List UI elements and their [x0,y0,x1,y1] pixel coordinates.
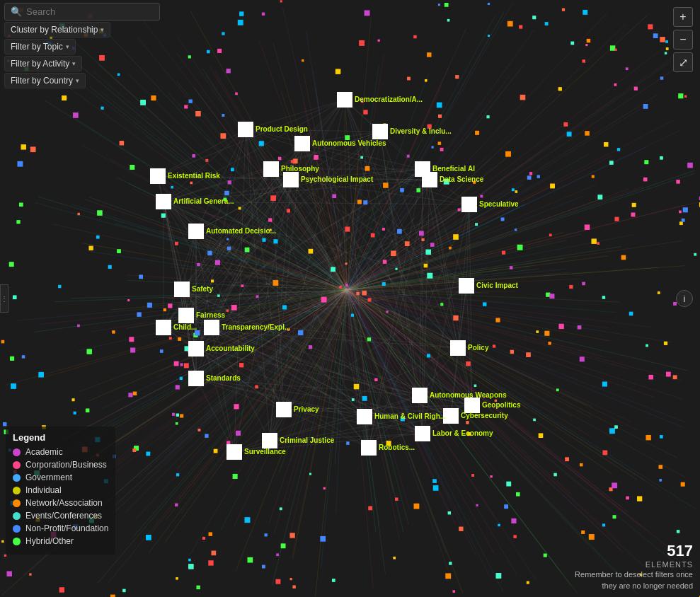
filter-topic-btn[interactable]: Filter by Topic ▾ [4,39,76,54]
legend-dot [13,448,21,456]
legend-dot [13,487,21,494]
search-icon: 🔍 [11,6,22,17]
filter-activity-btn[interactable]: Filter by Activity ▾ [4,56,82,71]
legend-label: Government [25,473,72,482]
legend-label: Non-Profit/Foundation [25,523,108,533]
legend-item: Hybrid/Other [13,536,108,546]
controls-panel: 🔍 Cluster by Relationship ▾ Filter by To… [0,0,164,91]
filter-topic-label: Filter by Topic [11,42,63,52]
filter-country-label: Filter by Country [11,76,73,86]
legend-dot [13,512,21,520]
legend-item: Government [13,473,108,482]
legend-dot [13,525,21,533]
legend-dot [13,461,21,469]
search-input[interactable] [26,6,154,17]
legend-dot [13,538,21,545]
legend-dot [13,499,21,507]
deselect-notice: Remember to deselect filters oncethey ar… [575,569,693,591]
legend-item: Non-Profit/Foundation [13,523,108,533]
filter-country-btn[interactable]: Filter by Country ▾ [4,73,86,88]
legend-title: Legend [13,432,108,443]
legend-label: Corporation/Business [25,460,107,470]
legend-item: Events/Conferences [13,511,108,521]
legend-label: Events/Conferences [25,511,102,521]
map-controls: + − ⤢ [673,7,693,72]
cluster-label: Cluster by Relationship [11,25,98,35]
search-bar[interactable]: 🔍 [4,3,160,21]
info-button[interactable]: i [676,290,693,307]
zoom-out-button[interactable]: − [673,30,693,50]
legend-label: Individual [25,485,62,495]
zoom-in-button[interactable]: + [673,7,693,27]
legend-item: Corporation/Business [13,460,108,470]
legend-item: Network/Association [13,498,108,508]
legend-label: Academic [25,447,63,457]
chevron-down-icon: ▾ [72,60,76,67]
chevron-down-icon: ▾ [76,77,79,84]
legend-dot [13,474,21,482]
chevron-down-icon: ▾ [66,43,69,50]
legend-label: Network/Association [25,498,103,508]
legend-item: Academic [13,447,108,457]
collapse-button[interactable]: ⋮ [0,284,8,313]
legend-item: Individual [13,485,108,495]
legend-panel: Legend Academic Corporation/Business Gov… [6,427,115,555]
legend-label: Hybrid/Other [25,536,74,546]
cluster-relationship-btn[interactable]: Cluster by Relationship ▾ [4,22,110,37]
count-label: ELEMENTS [646,560,693,569]
filter-activity-label: Filter by Activity [11,59,69,69]
reset-view-button[interactable]: ⤢ [673,52,693,72]
chevron-down-icon: ▾ [101,26,104,33]
element-count: 517 ELEMENTS [646,542,693,569]
count-value: 517 [646,542,693,560]
